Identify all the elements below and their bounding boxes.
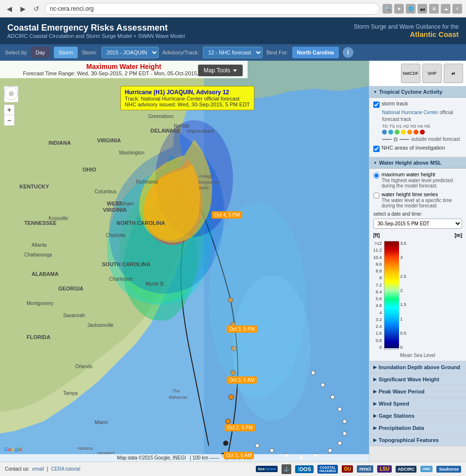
storm-select[interactable]: 2015 - JOAQUIN	[101, 47, 159, 58]
cat-dot-h4	[414, 130, 418, 135]
storm-label: Storm:	[82, 50, 97, 55]
url-bar[interactable]: nc-cera.renci.org	[45, 3, 380, 15]
search-icon[interactable]: 🔍	[383, 4, 392, 14]
svg-point-18	[343, 432, 347, 436]
compass-icon[interactable]: ◎	[4, 86, 18, 100]
bookmark-icon[interactable]: ★	[394, 4, 404, 14]
topographical-label: Topographical Features	[379, 437, 439, 443]
outside-line-2	[399, 139, 409, 140]
inundation-label: Inundation Depth above Ground	[379, 364, 460, 370]
zoom-out-button[interactable]: −	[4, 115, 15, 126]
water-height-time-radio[interactable]	[373, 192, 380, 199]
svg-text:Columbus: Columbus	[95, 189, 116, 194]
svg-text:Atlanta: Atlanta	[32, 242, 47, 248]
svg-text:Miami: Miami	[95, 420, 108, 425]
footer: Contact us: email | CERA tutorial Sea Gr…	[0, 461, 466, 476]
ext-icon-1[interactable]: 🌐	[406, 4, 416, 14]
svg-text:Savannah: Savannah	[63, 313, 85, 318]
color-scale-bar	[384, 241, 399, 350]
max-water-height-radio[interactable]	[373, 172, 380, 179]
right-panel: NetCDF SHP ⇄ ▼ Tropical Cyclone Activity…	[369, 61, 466, 461]
svg-point-11	[255, 444, 259, 448]
logo-coastal-hazards: COASTALHAZARDS	[317, 465, 338, 474]
svg-text:GEORGIA: GEORGIA	[58, 286, 83, 291]
header-right-subtitle: Storm Surge and Wave Guidance for the	[354, 23, 459, 30]
hurricane-title: Hurricane (H1) JOAQUIN, Advisory 12	[125, 89, 250, 96]
info-button[interactable]: i	[343, 47, 353, 58]
wind-speed-header[interactable]: ▶ Wind Speed	[369, 398, 466, 409]
storm-track-checkbox[interactable]	[373, 102, 380, 108]
email-link[interactable]: email	[33, 466, 44, 472]
day-button[interactable]: Day	[31, 47, 50, 58]
date-select[interactable]: 30-Sep-2015 5 PM EDT	[373, 219, 462, 229]
water-height-header[interactable]: ▼ Water Height above MSL	[369, 157, 466, 169]
date-select-label: select a date and time:	[373, 211, 462, 217]
nha-label: NHC areas of investigation	[382, 145, 445, 151]
svg-point-16	[328, 449, 332, 453]
nha-checkbox[interactable]	[373, 146, 380, 152]
svg-point-20	[338, 408, 342, 411]
svg-text:Charleston: Charleston	[109, 276, 133, 282]
map-tools-button[interactable]: Map Tools	[198, 65, 243, 76]
nhc-desc: forecast track	[382, 117, 462, 122]
svg-text:The: The	[172, 389, 180, 393]
menu-icon[interactable]: ≡	[452, 4, 462, 14]
scale-labels-ft: >12 11.2 10.4 9.6 8.8 8 7.2 6.4 5.6 4.8 …	[373, 241, 382, 350]
peak-wave-label: Peak Wave Period	[379, 389, 424, 394]
nhc-link[interactable]: National Hurricane Center official	[382, 110, 462, 115]
inundation-section: ▶ Inundation Depth above Ground	[369, 361, 466, 374]
svg-point-21	[331, 395, 334, 399]
advisory-select[interactable]: 12 - NHC forecast	[203, 47, 263, 58]
panel-top-buttons: NetCDF SHP ⇄	[369, 61, 466, 86]
logo-ou: OU	[342, 465, 353, 473]
app-header: Coastal Emergency Risks Assessment ADCIR…	[0, 17, 466, 44]
precipitation-header[interactable]: ▶ Precipitation Data	[369, 422, 466, 434]
svg-text:VIRGINIA: VIRGINIA	[97, 137, 121, 143]
select-by-label: Select by	[5, 50, 27, 55]
nav-back-button[interactable]: ◀	[4, 3, 15, 14]
peak-wave-section: ▶ Peak Wave Period	[369, 386, 466, 398]
cat-dot-h1	[395, 130, 399, 135]
link-button[interactable]: ⇄	[444, 64, 463, 83]
cat-dot-h2	[401, 130, 406, 135]
header-right: Storm Surge and Wave Guidance for the At…	[354, 23, 459, 38]
topographical-header[interactable]: ▶ Topographical Features	[369, 434, 466, 446]
ext-icon-4[interactable]: ☁	[441, 4, 450, 14]
logo-seahorse: Seahorse	[436, 466, 461, 473]
wind-speed-label: Wind Speed	[379, 401, 409, 407]
hurricane-track: Track: National Hurricane Center officia…	[125, 96, 250, 102]
tropical-cyclone-content: storm track National Hurricane Center of…	[369, 98, 466, 157]
ext-icon-2[interactable]: 📷	[417, 4, 427, 14]
map-area[interactable]: INDIANA OHIO Columbus KENTUCKY TENNESSEE…	[0, 61, 369, 461]
cera-tutorial-link[interactable]: CERA tutorial	[51, 466, 80, 472]
color-scale-svg	[384, 241, 399, 348]
shp-button[interactable]: SHP	[422, 64, 442, 83]
nav-forward-button[interactable]: ▶	[17, 3, 28, 14]
svg-text:FLORIDA: FLORIDA	[27, 334, 50, 340]
svg-text:Greensboro: Greensboro	[148, 114, 174, 119]
peak-wave-header[interactable]: ▶ Peak Wave Period	[369, 386, 466, 397]
svg-text:Norfolk: Norfolk	[174, 123, 190, 129]
svg-text:Knoxville: Knoxville	[49, 216, 68, 221]
gage-stations-header[interactable]: ▶ Gage Stations	[369, 410, 466, 422]
netcdf-button[interactable]: NetCDF	[401, 64, 420, 83]
logo-unc: UNC	[420, 466, 433, 472]
best-for-button[interactable]: North Carolina	[292, 47, 339, 58]
topographical-section: ▶ Topographical Features	[369, 434, 466, 446]
nav-refresh-button[interactable]: ↺	[31, 3, 42, 14]
time-label-oct2-5pm: Oct 2, 5 PM	[225, 424, 255, 431]
tropical-cyclone-title: Tropical Cyclone Activity	[379, 89, 442, 95]
water-height-title: Water Height above MSL	[379, 160, 442, 166]
inundation-header[interactable]: ▶ Inundation Depth above Ground	[369, 361, 466, 373]
ext-icon-3[interactable]: 🖥	[429, 4, 439, 14]
svg-point-26	[233, 276, 311, 422]
zoom-in-button[interactable]: +	[4, 104, 15, 115]
water-height-time-row: water height time series The water level…	[373, 191, 462, 208]
storm-button[interactable]: Storm	[54, 47, 78, 58]
map-tools-dropdown-icon	[233, 69, 237, 72]
wave-height-header[interactable]: ▶ Significant Wave Height	[369, 374, 466, 385]
tropical-cyclone-header[interactable]: ▼ Tropical Cyclone Activity	[369, 86, 466, 98]
footer-logos: Sea Grant ⚓ IOOS COASTALHAZARDS OU renci…	[256, 464, 461, 474]
gage-stations-label: Gage Stations	[379, 413, 415, 419]
svg-text:Montgomery: Montgomery	[27, 301, 54, 306]
